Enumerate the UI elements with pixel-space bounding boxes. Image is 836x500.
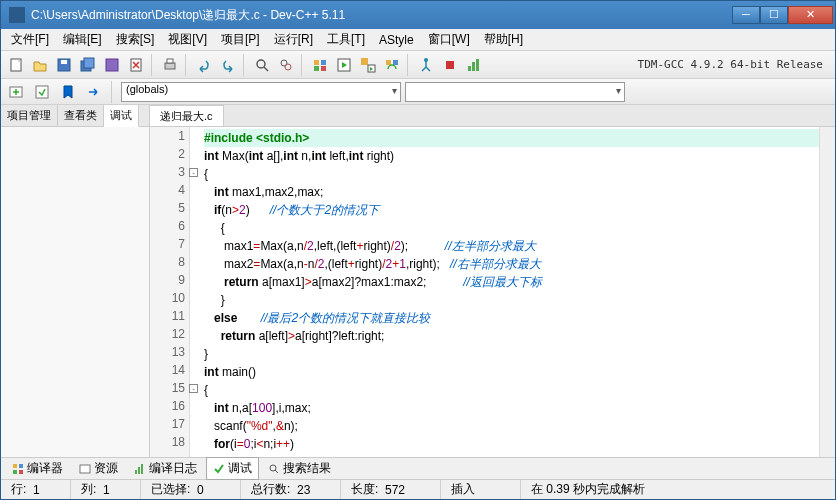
svg-rect-5 (106, 59, 118, 71)
replace-button[interactable] (275, 54, 297, 76)
svg-rect-34 (138, 467, 140, 474)
menu-帮助[H][interactable]: 帮助[H] (478, 29, 529, 50)
file-tab[interactable]: 递归最大.c (150, 105, 224, 126)
status-insert-mode: 插入 (441, 480, 521, 499)
status-col: 1 (103, 483, 110, 497)
svg-rect-30 (13, 470, 17, 474)
menu-运行[R][interactable]: 运行[R] (268, 29, 319, 50)
compile-button[interactable] (309, 54, 331, 76)
svg-rect-23 (468, 66, 471, 71)
new-file-button[interactable] (5, 54, 27, 76)
status-col-label: 列: (81, 481, 96, 498)
svg-rect-24 (472, 62, 475, 71)
menu-文件[F][interactable]: 文件[F] (5, 29, 55, 50)
rebuild-button[interactable] (381, 54, 403, 76)
menu-编辑[E][interactable]: 编辑[E] (57, 29, 108, 50)
side-tab-2[interactable]: 调试 (104, 105, 139, 127)
toolbar-main: TDM-GCC 4.9.2 64-bit Release (1, 51, 835, 79)
bookmark-button[interactable] (57, 81, 79, 103)
globals-combo[interactable]: (globals) (121, 82, 401, 102)
minimize-button[interactable]: ─ (732, 6, 760, 24)
fold-icon[interactable]: - (189, 168, 198, 177)
code-editor[interactable]: 123-456789101112131415-161718 #include <… (150, 127, 835, 457)
grid-icon (12, 463, 24, 475)
svg-rect-15 (321, 66, 326, 71)
status-line: 1 (33, 483, 40, 497)
save-button[interactable] (53, 54, 75, 76)
svg-rect-31 (19, 470, 23, 474)
svg-point-21 (424, 58, 428, 62)
menu-窗口[W][interactable]: 窗口[W] (422, 29, 476, 50)
save-all-button[interactable] (77, 54, 99, 76)
svg-point-11 (285, 64, 291, 70)
profile-button[interactable] (463, 54, 485, 76)
status-len-label: 长度: (351, 481, 378, 498)
compile-run-button[interactable] (357, 54, 379, 76)
compiler-selector[interactable]: TDM-GCC 4.9.2 64-bit Release (630, 58, 831, 71)
svg-rect-27 (36, 86, 48, 98)
print-button[interactable] (159, 54, 181, 76)
bottom-tab-调试[interactable]: 调试 (206, 457, 259, 480)
svg-rect-25 (476, 59, 479, 71)
log-icon (134, 463, 146, 475)
undo-button[interactable] (193, 54, 215, 76)
toolbar-secondary: (globals) (1, 79, 835, 105)
debug-button[interactable] (415, 54, 437, 76)
menu-搜索[S][interactable]: 搜索[S] (110, 29, 161, 50)
status-sel-label: 已选择: (151, 481, 190, 498)
bottom-tab-资源[interactable]: 资源 (72, 457, 125, 480)
svg-rect-2 (61, 60, 67, 64)
menu-bar: 文件[F]编辑[E]搜索[S]视图[V]项目[P]运行[R]工具[T]AStyl… (1, 29, 835, 51)
svg-rect-33 (135, 470, 137, 474)
close-file-button[interactable] (125, 54, 147, 76)
search-icon (268, 463, 280, 475)
open-file-button[interactable] (29, 54, 51, 76)
sidebar: 项目管理查看类调试 (1, 105, 150, 457)
svg-rect-12 (314, 60, 319, 65)
menu-项目[P][interactable]: 项目[P] (215, 29, 266, 50)
svg-rect-8 (167, 59, 173, 63)
svg-rect-13 (321, 60, 326, 65)
app-icon (9, 7, 25, 23)
redo-button[interactable] (217, 54, 239, 76)
run-button[interactable] (333, 54, 355, 76)
status-total-label: 总行数: (251, 481, 290, 498)
svg-rect-19 (386, 60, 391, 65)
status-bar: 行: 1 列: 1 已选择: 0 总行数: 23 长度: 572 插入 在 0.… (1, 479, 835, 499)
status-len: 572 (385, 483, 405, 497)
maximize-button[interactable]: ☐ (760, 6, 788, 24)
close-button[interactable]: ✕ (788, 6, 833, 24)
svg-rect-29 (19, 464, 23, 468)
side-tab-1[interactable]: 查看类 (58, 105, 104, 126)
bottom-tab-搜索结果[interactable]: 搜索结果 (261, 457, 338, 480)
status-total: 23 (297, 483, 310, 497)
bottom-panel-tabs: 编译器资源编译日志调试搜索结果 (1, 457, 835, 479)
bottom-tab-编译日志[interactable]: 编译日志 (127, 457, 204, 480)
svg-rect-4 (84, 58, 94, 68)
bottom-tab-编译器[interactable]: 编译器 (5, 457, 70, 480)
scrollbar-vertical[interactable] (819, 127, 835, 457)
svg-rect-32 (80, 465, 90, 473)
stop-button[interactable] (439, 54, 461, 76)
menu-工具[T][interactable]: 工具[T] (321, 29, 371, 50)
menu-视图[V][interactable]: 视图[V] (162, 29, 213, 50)
status-parse: 在 0.39 秒内完成解析 (521, 480, 835, 499)
title-bar: C:\Users\Administrator\Desktop\递归最大.c - … (1, 1, 835, 29)
find-button[interactable] (251, 54, 273, 76)
menu-AStyle[interactable]: AStyle (373, 31, 420, 49)
svg-rect-7 (165, 63, 175, 69)
window-title: C:\Users\Administrator\Desktop\递归最大.c - … (31, 7, 732, 24)
svg-point-9 (257, 60, 265, 68)
svg-rect-20 (393, 60, 398, 65)
save-as-button[interactable] (101, 54, 123, 76)
check-icon (213, 463, 225, 475)
insert-button[interactable] (31, 81, 53, 103)
svg-rect-28 (13, 464, 17, 468)
new-project-button[interactable] (5, 81, 27, 103)
members-combo[interactable] (405, 82, 625, 102)
svg-rect-35 (141, 464, 143, 474)
svg-rect-22 (446, 61, 454, 69)
goto-button[interactable] (83, 81, 105, 103)
side-tab-0[interactable]: 项目管理 (1, 105, 58, 126)
fold-icon[interactable]: - (189, 384, 198, 393)
